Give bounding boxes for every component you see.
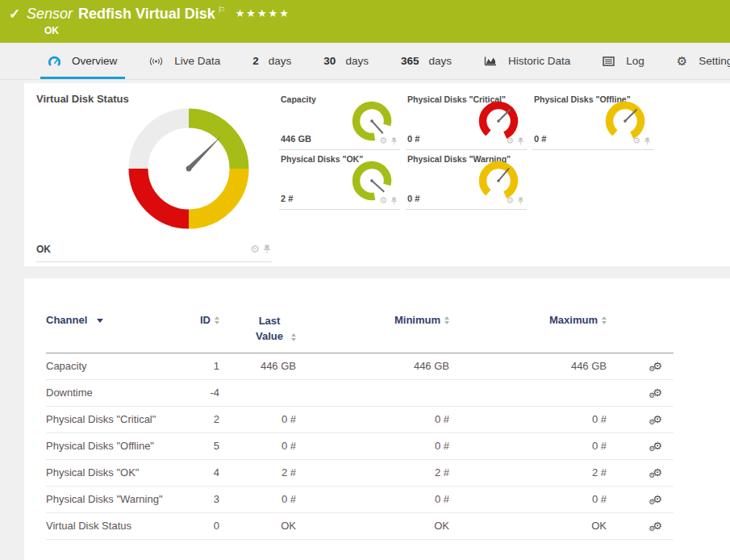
channel-maximum [449,379,607,406]
column-header-id[interactable]: ID [183,303,219,353]
channel-name[interactable]: Physical Disks "Offline" [46,433,183,459]
channel-minimum: 0 # [296,406,449,433]
table-row[interactable]: Virtual Disk Status0OKOKOK⚙⚙ [46,512,674,539]
pin-icon[interactable] [391,197,397,205]
broadcast-icon [149,56,163,66]
channel-name[interactable]: Physical Disks "OK" [46,459,183,486]
table-row[interactable]: Downtime-4⚙⚙ [46,379,674,406]
channel-name[interactable]: Physical Disks "Critical" [46,406,183,433]
channel-maximum: OK [449,512,607,539]
sensor-title-line: SensorRedfish Virtual Disk⚐★★★★★ [27,5,290,23]
pin-icon[interactable] [518,197,524,205]
channel-name[interactable]: Physical Disks "Warning" [46,486,183,512]
channel-id: 0 [183,512,219,539]
channel-settings-icon[interactable]: ⚙⚙ [653,414,662,424]
sort-icon [444,316,449,324]
gauge-icon [48,56,60,66]
gauge-value: 0 # [407,134,419,144]
table-row[interactable]: Physical Disks "Critical"20 #0 #0 #⚙⚙ [46,406,674,433]
tab-bar: Overview Live Data 2days 30days 365days [0,43,730,80]
status-check-icon: ✓ [9,6,20,23]
chart-icon [484,56,497,66]
channel-minimum: 0 # [296,433,449,459]
channel-last-value [219,379,296,406]
tab-label: Settings [699,55,730,67]
tab-label: 2 [252,55,259,67]
column-header-maximum[interactable]: Maximum [449,303,607,353]
channel-settings-icon[interactable]: ⚙⚙ [653,467,662,478]
channel-table: Channel ID Last Value Minimum Maximum [46,303,674,540]
gauge-settings-gear-icon[interactable]: ⚙ [632,136,640,145]
priority-stars[interactable]: ★★★★★ [236,7,290,19]
channel-id: -4 [183,379,219,406]
tab-label: days [428,55,452,67]
gauge-cell-disks-critical: Physical Disks "Critical" 0 # ⚙ [406,90,527,150]
big-gauge-title: Virtual Disk Status [36,93,129,105]
gear-icon: ⚙ [649,472,655,479]
channel-settings-icon[interactable]: ⚙⚙ [653,387,662,398]
sensor-status-header: ✓ SensorRedfish Virtual Disk⚐★★★★★ OK [0,0,730,43]
table-row[interactable]: Physical Disks "Offline"50 #0 #0 #⚙⚙ [46,433,674,459]
channel-table-body: Capacity1446 GB446 GB446 GB⚙⚙Downtime-4⚙… [46,353,674,539]
big-gauge-value: OK [36,244,51,255]
pin-icon[interactable] [644,137,650,145]
tab-settings[interactable]: ⚙ Settings [661,43,730,79]
channel-settings-icon[interactable]: ⚙⚙ [653,361,662,371]
channel-last-value: 2 # [219,459,296,486]
channel-name[interactable]: Virtual Disk Status [46,512,183,539]
column-header-minimum[interactable]: Minimum [296,303,449,353]
channel-id: 1 [183,353,219,379]
tab-30-days[interactable]: 30days [307,43,385,79]
channel-name[interactable]: Capacity [46,353,183,379]
channel-settings-icon[interactable]: ⚙⚙ [653,441,662,451]
gear-icon: ⚙ [649,499,655,506]
tab-2-days[interactable]: 2days [236,43,307,79]
column-header-channel[interactable]: Channel [46,303,183,353]
channel-maximum: 446 GB [449,353,607,379]
status-badge: OK [44,25,59,36]
channel-settings-icon[interactable]: ⚙⚙ [653,520,662,531]
gear-icon: ⚙ [649,445,655,453]
gauge-value: 2 # [281,194,293,203]
tab-label: Historic Data [508,55,570,67]
tab-overview[interactable]: Overview [32,43,133,79]
column-header-last-value[interactable]: Last Value [219,303,296,353]
channel-last-value: OK [219,512,296,539]
pin-icon[interactable] [518,137,524,145]
flag-icon[interactable]: ⚐ [218,5,226,15]
gauge-settings-gear-icon[interactable]: ⚙ [379,196,387,205]
small-gauges-grid: Capacity 446 GB ⚙ Physical Disks "Critic… [279,90,653,210]
channel-last-value: 0 # [219,433,296,459]
gauge-value: 0 # [534,134,546,144]
gauge-settings-gear-icon[interactable]: ⚙ [379,136,387,145]
table-row[interactable]: Capacity1446 GB446 GB446 GB⚙⚙ [46,353,674,379]
gauge-cell-capacity: Capacity 446 GB ⚙ [279,90,400,150]
table-row[interactable]: Physical Disks "OK"42 #2 #2 #⚙⚙ [46,459,674,486]
channel-name[interactable]: Downtime [46,379,183,406]
gauge-cell-disks-ok: Physical Disks "OK" 2 # ⚙ [279,150,400,210]
channel-settings-icon[interactable]: ⚙⚙ [653,494,662,504]
sort-icon [215,316,219,324]
sort-icon [291,333,296,341]
tab-label: Log [626,55,644,67]
channel-last-value: 0 # [219,406,296,433]
gauge-settings-gear-icon[interactable]: ⚙ [506,196,514,205]
gauge-settings-gear-icon[interactable]: ⚙ [506,136,514,145]
channel-table-panel: Channel ID Last Value Minimum Maximum [24,278,730,560]
tab-log[interactable]: Log [586,43,661,79]
channel-maximum: 0 # [449,406,607,433]
table-row[interactable]: Physical Disks "Warning"30 #0 #0 #⚙⚙ [46,486,674,512]
tab-label: 365 [401,55,419,67]
tab-365-days[interactable]: 365days [385,43,468,79]
tab-live-data[interactable]: Live Data [133,43,236,79]
tab-historic-data[interactable]: Historic Data [468,43,586,79]
tab-label: Live Data [174,55,220,67]
gauge-value: 446 GB [281,134,311,144]
page-title: Redfish Virtual Disk [78,6,215,22]
channel-maximum: 2 # [449,459,607,486]
pin-icon[interactable] [264,244,270,254]
sort-icon [602,316,607,324]
pin-icon[interactable] [391,137,397,145]
gear-icon: ⚙ [649,366,655,373]
gauge-settings-gear-icon[interactable]: ⚙ [250,244,260,254]
